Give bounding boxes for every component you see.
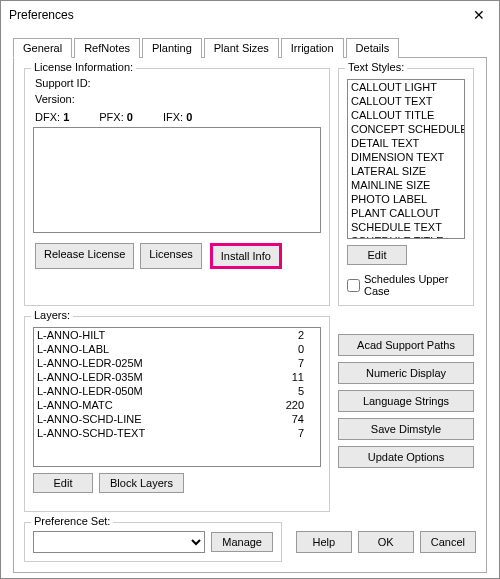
layers-edit-button[interactable]: Edit <box>33 473 93 493</box>
preference-set-group: Preference Set: Manage <box>24 522 282 562</box>
help-button[interactable]: Help <box>296 531 352 553</box>
license-metrics: DFX: 1 PFX: 0 IFX: 0 <box>33 111 321 123</box>
right-buttons-column: Acad Support Paths Numeric Display Langu… <box>338 334 474 512</box>
text-styles-listbox[interactable]: CALLOUT LIGHT CALLOUT TEXT CALLOUT TITLE… <box>347 79 465 239</box>
release-license-button[interactable]: Release License <box>35 243 134 269</box>
update-options-button[interactable]: Update Options <box>338 446 474 468</box>
text-styles-group-title: Text Styles: <box>345 61 407 73</box>
list-item[interactable]: L-ANNO-LEDR-025M7 <box>34 356 320 370</box>
tab-page-general: License Information: Support ID: Version… <box>13 58 487 573</box>
list-item[interactable]: MAINLINE SIZE <box>348 178 464 192</box>
list-item[interactable]: PLANT CALLOUT <box>348 206 464 220</box>
tab-plant-sizes[interactable]: Plant Sizes <box>204 38 279 58</box>
schedules-upper-case-checkbox[interactable]: Schedules Upper Case <box>347 273 465 297</box>
list-item[interactable]: L-ANNO-MATC220 <box>34 398 320 412</box>
list-item[interactable]: L-ANNO-LEDR-050M5 <box>34 384 320 398</box>
tab-bar: General RefNotes Planting Plant Sizes Ir… <box>13 37 487 58</box>
top-row: License Information: Support ID: Version… <box>24 68 476 306</box>
license-group: License Information: Support ID: Version… <box>24 68 330 306</box>
tab-details[interactable]: Details <box>346 38 400 58</box>
block-layers-button[interactable]: Block Layers <box>99 473 184 493</box>
tab-general[interactable]: General <box>13 38 72 58</box>
tab-refnotes[interactable]: RefNotes <box>74 38 140 58</box>
list-item[interactable]: CALLOUT LIGHT <box>348 80 464 94</box>
support-id-label: Support ID: <box>35 77 91 89</box>
list-item[interactable]: DETAIL TEXT <box>348 136 464 150</box>
list-item[interactable]: L-ANNO-LABL0 <box>34 342 320 356</box>
close-icon: ✕ <box>473 7 485 23</box>
list-item[interactable]: L-ANNO-LEDR-035M11 <box>34 370 320 384</box>
preference-set-select[interactable] <box>33 531 205 553</box>
list-item[interactable]: DIMENSION TEXT <box>348 150 464 164</box>
list-item[interactable]: CALLOUT TITLE <box>348 108 464 122</box>
dfx-metric: DFX: 1 <box>35 111 69 123</box>
numeric-display-button[interactable]: Numeric Display <box>338 362 474 384</box>
list-item[interactable]: SCHEDULE TEXT <box>348 220 464 234</box>
list-item[interactable]: CALLOUT TEXT <box>348 94 464 108</box>
ok-button[interactable]: OK <box>358 531 414 553</box>
text-styles-group: Text Styles: CALLOUT LIGHT CALLOUT TEXT … <box>338 68 474 306</box>
version-label: Version: <box>35 93 75 105</box>
tab-planting[interactable]: Planting <box>142 38 202 58</box>
layers-listbox[interactable]: L-ANNO-HILT2 L-ANNO-LABL0 L-ANNO-LEDR-02… <box>33 327 321 467</box>
dialog-buttons: Help OK Cancel <box>296 531 476 553</box>
list-item[interactable]: L-ANNO-SCHD-LINE74 <box>34 412 320 426</box>
license-textarea[interactable] <box>33 127 321 233</box>
ifx-metric: IFX: 0 <box>163 111 192 123</box>
language-strings-button[interactable]: Language Strings <box>338 390 474 412</box>
preferences-window: Preferences ✕ General RefNotes Planting … <box>0 0 500 579</box>
middle-row: Layers: L-ANNO-HILT2 L-ANNO-LABL0 L-ANNO… <box>24 316 476 512</box>
pfx-metric: PFX: 0 <box>99 111 133 123</box>
license-buttons-row: Release License Licenses Install Info <box>33 243 321 269</box>
acad-support-paths-button[interactable]: Acad Support Paths <box>338 334 474 356</box>
window-title: Preferences <box>9 8 74 22</box>
schedules-upper-case-input[interactable] <box>347 279 360 292</box>
tab-irrigation[interactable]: Irrigation <box>281 38 344 58</box>
manage-button[interactable]: Manage <box>211 532 273 552</box>
list-item[interactable]: PHOTO LABEL <box>348 192 464 206</box>
preference-set-group-title: Preference Set: <box>31 515 113 527</box>
list-item[interactable]: CONCEPT SCHEDULE TEXT <box>348 122 464 136</box>
layers-group: Layers: L-ANNO-HILT2 L-ANNO-LABL0 L-ANNO… <box>24 316 330 512</box>
list-item[interactable]: L-ANNO-HILT2 <box>34 328 320 342</box>
licenses-button[interactable]: Licenses <box>140 243 201 269</box>
save-dimstyle-button[interactable]: Save Dimstyle <box>338 418 474 440</box>
close-button[interactable]: ✕ <box>459 1 499 29</box>
content-area: General RefNotes Planting Plant Sizes Ir… <box>1 29 499 579</box>
list-item[interactable]: SCHEDULE TITLE <box>348 234 464 239</box>
list-item[interactable]: L-ANNO-SCHD-TEXT7 <box>34 426 320 440</box>
list-item[interactable]: LATERAL SIZE <box>348 164 464 178</box>
text-styles-edit-button[interactable]: Edit <box>347 245 407 265</box>
footer-row: Preference Set: Manage Help OK Cancel <box>24 522 476 562</box>
license-group-title: License Information: <box>31 61 136 73</box>
layers-group-title: Layers: <box>31 309 73 321</box>
titlebar: Preferences ✕ <box>1 1 499 29</box>
cancel-button[interactable]: Cancel <box>420 531 476 553</box>
install-info-button[interactable]: Install Info <box>210 243 282 269</box>
schedules-upper-case-label: Schedules Upper Case <box>364 273 465 297</box>
